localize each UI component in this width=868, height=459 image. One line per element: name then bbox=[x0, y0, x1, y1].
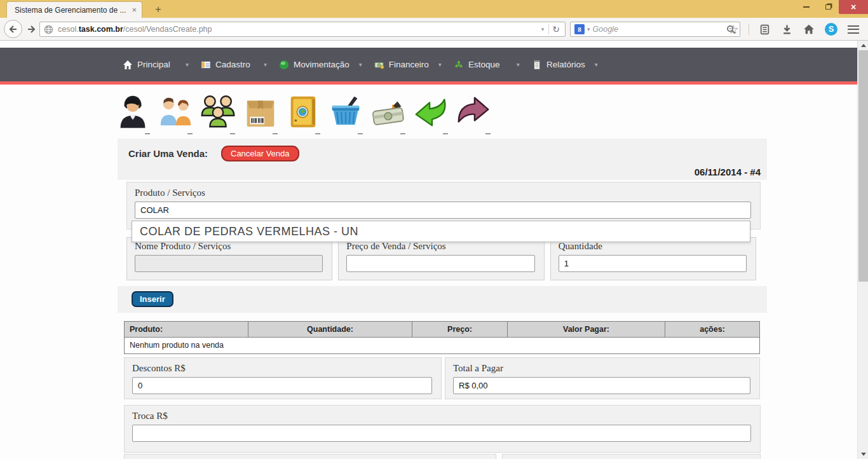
chevron-down-icon[interactable]: ▾ bbox=[512, 61, 520, 68]
page-title: Criar Uma Venda: bbox=[128, 148, 208, 159]
new-tab-button[interactable]: + bbox=[150, 3, 166, 17]
vertical-scrollbar[interactable] bbox=[857, 41, 868, 459]
scrollbar-thumb[interactable] bbox=[858, 50, 868, 282]
browser-tab[interactable]: Sistema de Gerenciamento de ... × bbox=[6, 1, 142, 18]
chevron-down-icon[interactable]: ▾ bbox=[433, 61, 442, 68]
home-icon bbox=[803, 24, 815, 35]
chevron-down-icon[interactable]: ▾ bbox=[259, 61, 267, 68]
shopping-basket-icon[interactable] bbox=[326, 92, 365, 134]
clipboard-icon bbox=[759, 24, 770, 35]
nav-item-cadastro[interactable]: Cadastro ▾ bbox=[201, 60, 267, 70]
bookmarks-menu-button[interactable] bbox=[757, 22, 771, 36]
link-underline bbox=[230, 134, 235, 134]
browser-toolbar: cesol.task.com.br/cesol/VendasCreate.php… bbox=[0, 18, 868, 41]
undo-arrow-icon[interactable] bbox=[411, 92, 451, 134]
restore-icon bbox=[825, 4, 831, 10]
bookmark-star-button[interactable]: ☆ bbox=[726, 22, 740, 36]
product-box-icon[interactable] bbox=[241, 92, 280, 134]
menu-button[interactable] bbox=[846, 22, 860, 36]
download-icon bbox=[782, 24, 792, 35]
link-underline bbox=[145, 134, 150, 134]
nav-label: Principal bbox=[137, 60, 170, 69]
forward-arrow-icon bbox=[26, 24, 36, 34]
group-icon[interactable] bbox=[198, 92, 238, 134]
nav-label: Relatórios bbox=[546, 60, 585, 69]
tab-title: Sistema de Gerenciamento de ... bbox=[15, 6, 128, 15]
close-tab-icon[interactable]: × bbox=[132, 5, 137, 15]
link-underline bbox=[485, 134, 491, 134]
product-name-label: Nome Produto / Serviços bbox=[135, 241, 332, 252]
globe-icon bbox=[44, 25, 53, 34]
insert-section: Inserir bbox=[118, 286, 767, 313]
nav-item-estoque[interactable]: Estoque ▾ bbox=[454, 60, 520, 70]
downloads-button[interactable] bbox=[780, 22, 794, 36]
search-bar[interactable]: 8 ▾ bbox=[570, 22, 740, 37]
scroll-up-button[interactable] bbox=[858, 41, 868, 50]
burning-money-icon[interactable] bbox=[369, 92, 408, 134]
change-input[interactable] bbox=[132, 425, 751, 442]
divider bbox=[749, 24, 749, 35]
autocomplete-suggestion[interactable]: COLAR DE PEDRAS VERMELHAS - UN bbox=[132, 221, 750, 242]
redo-arrow-icon[interactable] bbox=[454, 92, 493, 134]
hamburger-menu-icon bbox=[848, 25, 859, 34]
nav-item-financeiro[interactable]: Financeiro ▾ bbox=[374, 60, 442, 70]
nav-label: Cadastro bbox=[215, 60, 250, 69]
divider bbox=[548, 24, 549, 34]
empty-table-row: Nenhum produto na venda bbox=[124, 338, 760, 354]
product-search-input[interactable] bbox=[135, 202, 751, 219]
reload-icon[interactable]: ↻ bbox=[551, 24, 561, 34]
scroll-down-icon bbox=[861, 453, 866, 456]
price-fieldset: Preço de Venda / Serviços bbox=[338, 237, 544, 280]
column-header-valor-pagar: Valor Pagar: bbox=[508, 322, 665, 337]
search-input[interactable] bbox=[593, 25, 726, 34]
forward-button[interactable] bbox=[25, 24, 37, 35]
restore-button[interactable] bbox=[817, 0, 839, 14]
price-input[interactable] bbox=[346, 255, 534, 272]
discount-input[interactable] bbox=[132, 377, 432, 394]
cadastro-card-icon bbox=[201, 60, 211, 70]
total-input[interactable] bbox=[453, 377, 750, 394]
url-dropdown-icon[interactable]: ▾ bbox=[539, 26, 547, 32]
insert-button[interactable]: Inserir bbox=[132, 291, 173, 307]
close-window-button[interactable]: × bbox=[839, 0, 868, 14]
green-orb-icon bbox=[279, 60, 289, 70]
close-icon: × bbox=[851, 2, 856, 12]
link-underline bbox=[400, 134, 405, 134]
back-button[interactable] bbox=[4, 20, 22, 38]
product-name-input bbox=[135, 255, 323, 272]
home-button[interactable] bbox=[802, 22, 816, 36]
window-titlebar: Sistema de Gerenciamento de ... × + × bbox=[0, 0, 868, 18]
skype-button[interactable]: S bbox=[824, 22, 838, 36]
clients-pair-icon[interactable] bbox=[156, 92, 195, 134]
total-fieldset: Total a Pagar bbox=[445, 357, 760, 399]
star-icon: ☆ bbox=[728, 22, 738, 37]
minimize-button[interactable] bbox=[796, 0, 817, 14]
url-bar[interactable]: cesol.task.com.br/cesol/VendasCreate.php… bbox=[39, 22, 566, 37]
quantity-label: Quantidade bbox=[559, 241, 756, 252]
notepad-icon bbox=[532, 60, 542, 70]
quantity-input[interactable] bbox=[559, 255, 747, 272]
safe-icon[interactable] bbox=[283, 92, 323, 134]
link-underline bbox=[358, 134, 363, 134]
product-search-label: Produto / Serviços bbox=[135, 188, 760, 198]
businessman-icon[interactable] bbox=[113, 92, 153, 134]
nav-item-principal[interactable]: Principal ▾ bbox=[123, 60, 189, 70]
home-icon bbox=[123, 60, 133, 70]
scroll-down-button[interactable] bbox=[858, 449, 868, 459]
back-arrow-icon bbox=[8, 24, 18, 34]
product-name-fieldset: Nome Produto / Serviços bbox=[126, 237, 332, 280]
nav-item-movimentacao[interactable]: Movimentação ▾ bbox=[279, 60, 362, 70]
search-engine-dropdown-icon[interactable]: ▾ bbox=[585, 26, 593, 32]
chevron-down-icon[interactable]: ▾ bbox=[180, 61, 189, 68]
link-underline bbox=[315, 134, 320, 134]
url-text[interactable]: cesol.task.com.br/cesol/VendasCreate.php bbox=[58, 25, 539, 34]
discount-fieldset: Descontos R$ bbox=[124, 357, 442, 399]
chevron-down-icon[interactable]: ▾ bbox=[354, 61, 362, 68]
scroll-up-icon bbox=[861, 44, 866, 47]
column-header-produto: Produto: bbox=[125, 322, 248, 337]
nav-item-relatorios[interactable]: Relatórios ▾ bbox=[532, 60, 598, 70]
chevron-down-icon[interactable]: ▾ bbox=[590, 61, 598, 68]
google-icon[interactable]: 8 bbox=[574, 24, 585, 34]
change-label: Troca R$ bbox=[132, 411, 760, 421]
cancel-sale-button[interactable]: Cancelar Venda bbox=[221, 146, 299, 161]
